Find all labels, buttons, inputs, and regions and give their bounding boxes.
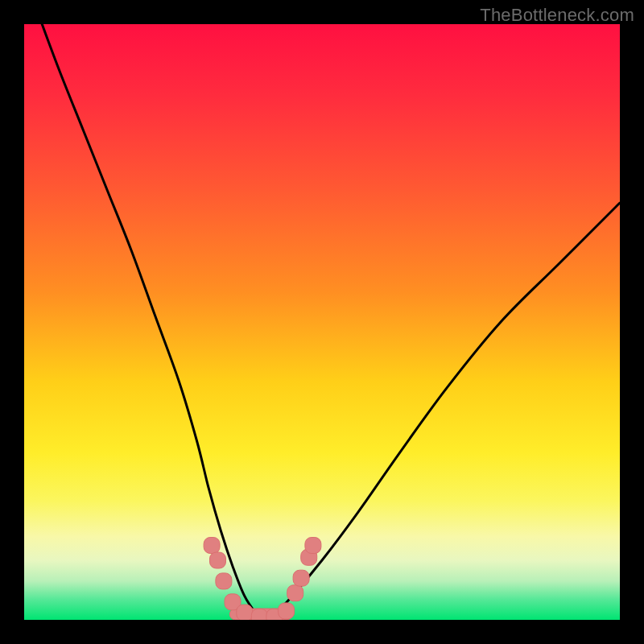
data-marker: [216, 573, 232, 589]
data-marker: [204, 538, 220, 554]
watermark-label: TheBottleneck.com: [480, 5, 634, 26]
data-marker: [251, 609, 267, 620]
data-marker: [287, 585, 303, 601]
curves-layer: [24, 24, 620, 620]
plot-area: [24, 24, 620, 620]
data-marker: [210, 552, 226, 568]
data-marker: [305, 538, 321, 554]
data-marker: [279, 603, 295, 619]
series-left-curve: [42, 24, 262, 620]
chart-frame: TheBottleneck.com: [0, 0, 644, 644]
data-marker: [237, 605, 253, 620]
data-marker: [293, 570, 309, 586]
